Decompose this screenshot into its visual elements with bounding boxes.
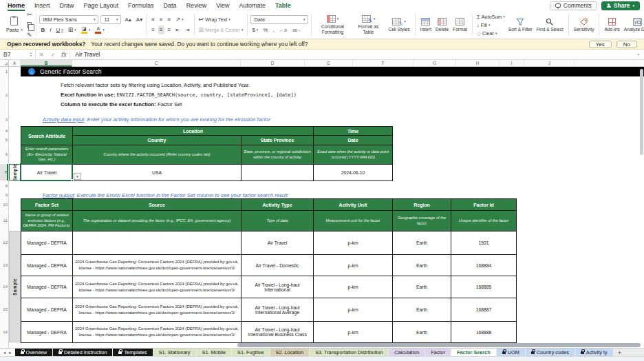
name-box[interactable]: B7 ▴▾ <box>0 50 36 59</box>
factor-cell-factor-id[interactable]: 168887 <box>451 298 517 322</box>
sheet-tab-factor-search[interactable]: Factor Search <box>451 349 496 356</box>
input-cell-country[interactable]: USA <box>73 165 242 181</box>
row-header-11[interactable]: 11 <box>0 210 8 231</box>
column-header-h[interactable]: H <box>456 60 500 67</box>
comma-format-button[interactable]: , <box>271 25 275 34</box>
autosum-button[interactable]: ΣAutoSum▾ <box>475 13 506 21</box>
clear-button[interactable]: ◇Clear▾ <box>475 30 506 37</box>
select-all-corner[interactable] <box>0 60 9 67</box>
header-location[interactable]: Location <box>73 127 314 136</box>
row-header-14[interactable]: 14 <box>0 276 8 298</box>
column-header-d[interactable]: D <box>241 60 305 67</box>
column-header-i[interactable]: I <box>500 60 524 67</box>
row-header-3[interactable]: 3 <box>0 114 8 126</box>
header-time[interactable]: Time <box>314 127 393 136</box>
sheet-tab-s1-mobile[interactable]: S1. Mobile <box>197 349 231 356</box>
fill-button[interactable]: ↓Fill▾ <box>475 21 506 29</box>
sheet-tab-templates[interactable]: Templates <box>113 349 152 356</box>
column-headers[interactable]: ABCDEFGHIJ <box>9 60 644 67</box>
expand-formula-bar-icon[interactable]: ▾ <box>632 52 644 56</box>
sheet-tab-country-codes[interactable]: Country codes <box>526 349 575 356</box>
column-header-f[interactable]: F <box>353 60 414 67</box>
increase-decimal-button[interactable]: ←.0 <box>278 28 288 33</box>
menu-tab-page-layout[interactable]: Page Layout <box>79 0 124 11</box>
sheet-tab-uom[interactable]: UOM <box>497 349 525 356</box>
row-header-6[interactable]: 6 <box>0 145 8 164</box>
decrease-decimal-button[interactable]: .00→ <box>290 28 303 33</box>
factor-cell-factor-set[interactable]: Managed - DEFRA <box>21 298 73 322</box>
factor-cell-activity-unit[interactable]: p-km <box>314 298 393 322</box>
factor-cell-activity-unit[interactable]: p-km <box>314 322 393 343</box>
header-activity-type[interactable]: Activity Type <box>242 199 314 211</box>
align-left-button[interactable]: ≡ <box>150 25 156 34</box>
factor-cell-region[interactable]: Earth <box>393 231 451 255</box>
increase-indent-button[interactable]: ⇥ <box>184 25 191 34</box>
vertical-scrollbar[interactable] <box>640 69 643 155</box>
menu-tab-home[interactable]: Home <box>3 0 30 11</box>
data-validation-dropdown[interactable]: ▼ <box>74 173 81 180</box>
row-header-2[interactable]: 2 <box>0 76 8 114</box>
accounting-format-button[interactable]: $▾ <box>250 25 259 34</box>
factor-cell-factor-set[interactable]: Managed - DEFRA <box>21 276 73 298</box>
sensitivity-button[interactable]: Sensitivity <box>572 17 597 32</box>
format-cells-button[interactable]: Format <box>451 17 469 32</box>
sheet-tab-s2-location[interactable]: S2. Location <box>270 349 310 356</box>
row-header-12[interactable]: 12 <box>0 231 8 254</box>
analyze-data-button[interactable]: Analyze Data <box>622 17 644 32</box>
desc-factor-set[interactable]: Name or group of related emission factor… <box>21 211 73 231</box>
notification-yes-button[interactable]: Yes <box>589 41 612 48</box>
desc-activity-unit[interactable]: Measurement unit for the factor <box>314 211 393 231</box>
tab-nav-prev-icon[interactable]: ◂ <box>3 350 6 355</box>
row-header-5[interactable]: 5 <box>0 135 8 145</box>
menu-tab-draw[interactable]: Draw <box>55 0 79 11</box>
tab-nav-next-icon[interactable]: ▸ <box>9 350 11 355</box>
header-state-province[interactable]: State Province <box>242 136 314 145</box>
factor-cell-activity-type[interactable]: Air Travel - Domestic <box>242 255 314 276</box>
notification-no-button[interactable]: No <box>616 41 637 48</box>
column-header-g[interactable]: G <box>414 60 456 67</box>
factor-cell-factor-id[interactable]: 168888 <box>451 322 517 343</box>
cancel-icon[interactable]: ✕ <box>36 52 47 58</box>
wrap-text-button[interactable]: ↩Wrap Text▾ <box>197 15 245 24</box>
merge-center-button[interactable]: ⊞Merge & Center▾ <box>197 25 245 34</box>
align-bottom-button[interactable]: ≡ <box>167 15 173 24</box>
factor-cell-activity-type[interactable]: Air Travel <box>242 231 314 255</box>
insert-cells-button[interactable]: Insert <box>418 17 434 32</box>
sheet-tab-detailed-instruction[interactable]: Detailed Instruction <box>53 349 112 356</box>
align-top-button[interactable]: ≡ <box>150 15 156 24</box>
menu-tab-data[interactable]: Data <box>159 0 182 11</box>
factor-cell-source[interactable]: 2024 Greenhouse Gas Reporting: Conversio… <box>73 255 242 276</box>
increase-font-button[interactable]: A▴ <box>123 15 132 24</box>
factor-output-link[interactable]: Factor output <box>43 192 74 198</box>
desc-factor-id[interactable]: Unique identifier of the factor <box>451 211 517 231</box>
sheet-tab-s1-fugitive[interactable]: S1. Fugitive <box>232 349 270 356</box>
add-sheet-button[interactable]: + <box>614 349 625 356</box>
font-color-button[interactable]: A▾ <box>94 25 106 34</box>
row-header-16[interactable]: 16 <box>0 321 8 342</box>
header-search-attribute[interactable]: Search Attribute <box>21 127 73 145</box>
horizontal-scrollbar[interactable] <box>237 343 641 347</box>
factor-cell-activity-unit[interactable]: p-km <box>314 276 393 298</box>
underline-button[interactable]: U▾ <box>54 25 64 34</box>
sheet-tab-factor[interactable]: Factor <box>425 349 451 356</box>
factor-cell-activity-unit[interactable]: p-km <box>314 231 393 255</box>
desc-activity-type[interactable]: Type of data <box>242 211 314 231</box>
row-header-10[interactable]: 10 <box>0 198 8 210</box>
menu-tab-automate[interactable]: Automate <box>235 0 271 11</box>
column-header-j[interactable]: J <box>524 60 575 67</box>
factor-cell-source[interactable]: 2024 Greenhouse Gas Reporting: Conversio… <box>73 276 242 298</box>
desc-source[interactable]: The organization or dataset providing th… <box>73 211 242 231</box>
factor-cell-region[interactable]: Earth <box>393 255 451 276</box>
input-cell-search-attribute[interactable]: Air Travel <box>21 165 73 181</box>
row-header-8[interactable]: 8 <box>0 180 8 192</box>
column-header-a[interactable]: A <box>9 60 21 67</box>
orientation-button[interactable]: ↗▾ <box>174 15 184 24</box>
row-headers[interactable]: 12345678910111213141516 <box>0 67 9 348</box>
factor-cell-factor-set[interactable]: Managed - DEFRA <box>21 322 73 343</box>
borders-button[interactable]: ⊞▾ <box>67 25 78 34</box>
name-box-spinner[interactable]: ▴▾ <box>30 52 32 57</box>
italic-button[interactable]: I <box>48 25 52 34</box>
input-cell-state-province[interactable] <box>242 165 314 181</box>
factor-cell-factor-set[interactable]: Managed - DEFRA <box>21 255 73 276</box>
header-region[interactable]: Region <box>393 199 451 211</box>
